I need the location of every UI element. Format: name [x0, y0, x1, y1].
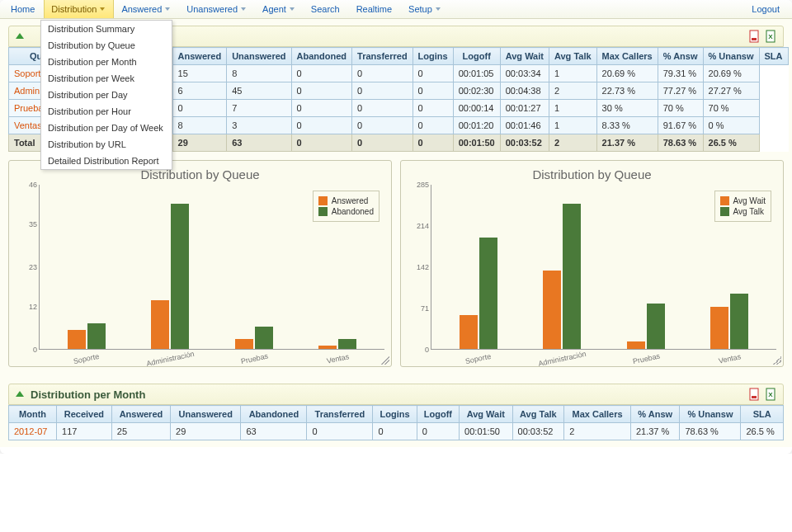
column-header[interactable]: % Answ — [658, 48, 703, 65]
cell: 77.27 % — [658, 82, 703, 100]
cell: 0 — [412, 65, 453, 82]
menu-agent[interactable]: Agent — [255, 0, 304, 18]
column-header[interactable]: Received — [57, 406, 112, 423]
collapse-icon[interactable] — [14, 31, 26, 42]
cell: 00:01:50 — [453, 134, 500, 152]
column-header[interactable]: Max Callers — [564, 406, 631, 423]
y-tick: 0 — [425, 346, 429, 354]
dropdown-item[interactable]: Distribution by URL — [41, 136, 172, 153]
cell: 3 — [227, 117, 291, 134]
cell: 0 — [352, 100, 413, 117]
column-header[interactable]: Avg Talk — [549, 48, 596, 65]
cell: 00:03:52 — [500, 134, 549, 152]
bar — [543, 271, 561, 349]
collapse-icon[interactable] — [14, 388, 26, 400]
menu-unanswered[interactable]: Unanswered — [179, 0, 255, 18]
y-tick: 214 — [417, 222, 429, 230]
menu-setup[interactable]: Setup — [401, 0, 450, 18]
export-excel-icon[interactable]: X — [765, 30, 778, 43]
column-header[interactable]: Transferred — [352, 48, 413, 65]
y-tick: 71 — [421, 304, 429, 313]
legend-swatch — [318, 207, 328, 216]
cell: 0 — [412, 117, 453, 134]
cell: 0 — [417, 423, 459, 440]
resize-grip-icon[interactable] — [381, 356, 389, 365]
column-header[interactable]: Transferred — [307, 406, 373, 423]
logout-link[interactable]: Logout — [744, 0, 789, 18]
month-panel-header: Distribution per Month X — [8, 384, 784, 405]
menu-realtime[interactable]: Realtime — [349, 0, 401, 18]
menu-answered[interactable]: Answered — [114, 0, 179, 18]
cell: 0 — [412, 82, 453, 100]
column-header[interactable]: % Unansw — [703, 48, 759, 65]
column-header[interactable]: % Unansw — [680, 406, 741, 423]
dropdown-item[interactable]: Distribution per Hour — [41, 103, 172, 120]
menu-search[interactable]: Search — [304, 0, 349, 18]
cell: 00:03:34 — [500, 65, 549, 82]
bar-group — [521, 204, 605, 349]
cell: 0 — [307, 423, 373, 440]
cell: 00:01:46 — [500, 117, 549, 134]
export-pdf-icon[interactable] — [748, 30, 761, 43]
cell: 0 — [291, 117, 352, 134]
cell: 7 — [227, 100, 291, 117]
column-header[interactable]: Logins — [412, 48, 453, 65]
bar-group — [436, 238, 521, 349]
cell: 00:01:27 — [500, 100, 549, 117]
row-name[interactable]: 2012-07 — [9, 423, 57, 440]
bar — [318, 346, 337, 349]
column-header[interactable]: SLA — [741, 406, 784, 423]
dropdown-item[interactable]: Distribution per Day — [41, 87, 172, 103]
cell: 0 — [412, 134, 453, 152]
column-header[interactable]: Answered — [172, 48, 227, 65]
column-header[interactable]: Logins — [373, 406, 417, 423]
column-header[interactable]: Avg Wait — [500, 48, 549, 65]
cell: 2 — [549, 134, 596, 152]
column-header[interactable]: Abandoned — [241, 406, 307, 423]
column-header[interactable]: Abandoned — [291, 48, 352, 65]
column-header[interactable]: Avg Talk — [512, 406, 564, 423]
cell: 0 — [291, 100, 352, 117]
column-header[interactable]: Max Callers — [596, 48, 658, 65]
cell: 00:01:20 — [453, 117, 500, 134]
y-tick: 285 — [417, 181, 429, 189]
legend-label: Avg Talk — [733, 207, 764, 216]
cell: 0 % — [703, 117, 759, 134]
column-header[interactable]: Logoff — [453, 48, 500, 65]
export-excel-icon[interactable]: X — [765, 388, 778, 401]
dropdown-item[interactable]: Distribution per Month — [41, 54, 172, 70]
column-header[interactable]: % Answ — [630, 406, 680, 423]
chevron-down-icon — [100, 7, 105, 11]
svg-text:X: X — [768, 33, 773, 40]
column-header[interactable]: Avg Wait — [460, 406, 512, 423]
bar — [68, 330, 86, 349]
menu-label: Setup — [408, 4, 432, 14]
bar — [235, 339, 253, 349]
export-pdf-icon[interactable] — [748, 388, 761, 401]
cell: 00:01:50 — [460, 423, 512, 440]
column-header[interactable]: Answered — [111, 406, 170, 423]
dropdown-item[interactable]: Distribution Summary — [41, 21, 172, 37]
menu-label: Agent — [262, 4, 286, 14]
menu-home[interactable]: Home — [3, 0, 44, 18]
svg-rect-7 — [752, 396, 757, 398]
dropdown-item[interactable]: Distribution per Week — [41, 70, 172, 87]
bar — [563, 204, 581, 349]
column-header[interactable]: Month — [9, 406, 57, 423]
column-header[interactable]: Unanswered — [227, 48, 291, 65]
cell: 00:04:38 — [500, 82, 549, 100]
bar — [710, 307, 728, 349]
cell: 0 — [172, 100, 227, 117]
column-header[interactable]: SLA — [759, 48, 788, 65]
dropdown-item[interactable]: Detailed Distribution Report — [41, 153, 172, 169]
resize-grip-icon[interactable] — [773, 356, 781, 365]
menu-distribution[interactable]: Distribution — [44, 0, 114, 18]
column-header[interactable]: Logoff — [417, 406, 459, 423]
dropdown-item[interactable]: Distribution per Day of Week — [41, 120, 172, 136]
cell: 20.69 % — [703, 65, 759, 82]
cell: 0 — [291, 65, 352, 82]
bar — [627, 341, 645, 349]
cell: 45 — [227, 82, 291, 100]
column-header[interactable]: Unanswered — [171, 406, 241, 423]
dropdown-item[interactable]: Distribution by Queue — [41, 37, 172, 54]
